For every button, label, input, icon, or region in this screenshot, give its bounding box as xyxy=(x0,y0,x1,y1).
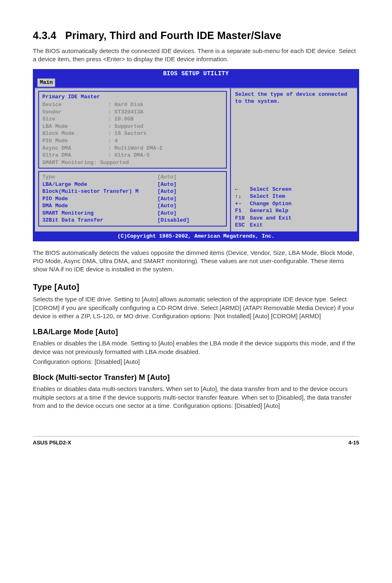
bios-tabbar: Main xyxy=(33,78,359,88)
bios-settings-box: Type[Auto] LBA/Large Mode[Auto] Block(Mu… xyxy=(38,171,227,227)
bios-setting-row[interactable]: LBA/Large Mode[Auto] xyxy=(42,181,223,188)
bios-info-row: Async DMA: MultiWord DMA-2 xyxy=(42,145,223,152)
bios-help-text: Select the type of device connected to t… xyxy=(235,91,353,105)
section-title: Primary, Third and Fourth IDE Master/Sla… xyxy=(65,30,281,41)
bios-setting-row[interactable]: 32Bit Data Transfer[Disabled] xyxy=(42,217,223,224)
block-body: Enables or disables data multi-sectors t… xyxy=(33,385,359,410)
bios-key-row: ESCExit xyxy=(235,222,353,229)
intro-paragraph: The BIOS automatically detects the conne… xyxy=(33,47,359,64)
lba-body: Enables or disables the LBA mode. Settin… xyxy=(33,339,359,356)
bios-body: Primary IDE Master Device: Hard Disk Ven… xyxy=(35,88,357,231)
bios-setting-row[interactable]: Block(Multi-sector Transfer) M[Auto] xyxy=(42,188,223,195)
bios-screenshot: BIOS SETUP UTILITY Main Primary IDE Mast… xyxy=(33,69,359,241)
lba-heading: LBA/Large Mode [Auto] xyxy=(33,327,359,337)
bios-key-legend: ←Select Screen ↑↓Select Item +-Change Op… xyxy=(235,186,353,229)
bios-info-row: LBA Mode: Supported xyxy=(42,123,223,130)
bios-key-row: ↑↓Select Item xyxy=(235,193,353,200)
lba-config: Configuration options: [Disabled] [Auto] xyxy=(33,358,359,366)
type-body: Selects the type of IDE drive. Setting t… xyxy=(33,295,359,320)
bios-setting-row[interactable]: DMA Mode[Auto] xyxy=(42,202,223,210)
page-footer: ASUS P5LD2-X 4-15 xyxy=(33,436,359,447)
footer-right: 4-15 xyxy=(348,439,359,447)
bios-info-row: Vendor: ST320413A xyxy=(42,109,223,116)
page-heading: 4.3.4 Primary, Third and Fourth IDE Mast… xyxy=(33,29,359,43)
bios-info-row: SMART Monitoring: Supported xyxy=(42,159,223,167)
footer-left: ASUS P5LD2-X xyxy=(33,439,71,447)
bios-key-row: +-Change Option xyxy=(235,200,353,208)
bios-copyright: (C)Copyright 1985-2002, American Megatre… xyxy=(33,232,359,241)
post-bios-paragraph: The BIOS automatically detects the value… xyxy=(33,249,359,274)
bios-info-row: Device: Hard Disk xyxy=(42,101,223,109)
bios-info-row: Block Mode: 16 Sectors xyxy=(42,130,223,137)
bios-key-row: F10Save and Exit xyxy=(235,215,353,222)
bios-info-row: Ultra DMA: Ultra DMA-5 xyxy=(42,152,223,159)
bios-key-row: F1General Help xyxy=(235,207,353,215)
bios-key-row: ←Select Screen xyxy=(235,186,353,193)
bios-info-row: PIO Mode: 4 xyxy=(42,137,223,145)
section-number: 4.3.4 xyxy=(33,30,56,41)
bios-setting-row[interactable]: Type[Auto] xyxy=(42,174,223,181)
bios-setting-row[interactable]: PIO Mode[Auto] xyxy=(42,195,223,203)
bios-panel-title: Primary IDE Master xyxy=(42,93,223,101)
bios-left-panel: Primary IDE Master Device: Hard Disk Ven… xyxy=(35,88,230,231)
bios-info-row: Size: 20.0GB xyxy=(42,116,223,123)
bios-title: BIOS SETUP UTILITY xyxy=(33,69,359,78)
type-heading: Type [Auto] xyxy=(33,282,359,293)
bios-right-panel: Select the type of device connected to t… xyxy=(230,88,357,231)
bios-setting-row[interactable]: SMART Monitoring[Auto] xyxy=(42,210,223,217)
block-heading: Block (Multi-sector Transfer) M [Auto] xyxy=(33,372,359,382)
bios-tab-main[interactable]: Main xyxy=(37,79,55,87)
bios-info-box: Primary IDE Master Device: Hard Disk Ven… xyxy=(38,91,227,169)
